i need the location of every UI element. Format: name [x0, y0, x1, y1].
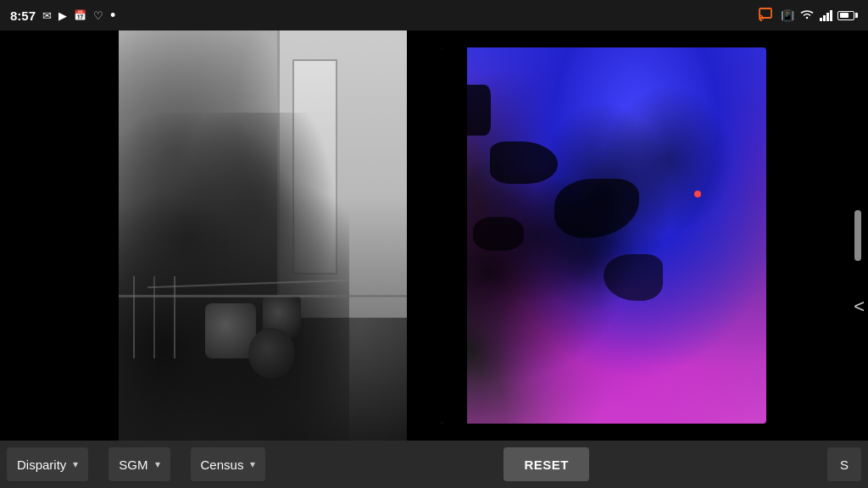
cast-icon	[759, 8, 776, 24]
chevron-left-icon[interactable]: <	[854, 296, 865, 318]
scroll-handle[interactable]	[854, 210, 861, 261]
disparity-arrow: ▾	[73, 458, 78, 470]
calendar-icon: 📅	[74, 9, 86, 21]
sgm-arrow: ▾	[155, 458, 160, 470]
s-button[interactable]: S	[827, 447, 861, 481]
census-label: Census	[201, 458, 244, 472]
census-dropdown[interactable]: Census ▾	[191, 447, 266, 481]
video-icon: ▶	[58, 9, 67, 22]
disparity-label: Disparity	[17, 458, 66, 472]
right-image: <	[424, 30, 868, 441]
image-gap	[407, 30, 415, 441]
status-left: 8:57 ✉ ▶ 📅 ♡ •	[10, 8, 115, 23]
time-display: 8:57	[10, 8, 36, 23]
heart-icon: ♡	[93, 9, 103, 22]
census-arrow: ▾	[250, 458, 255, 470]
garden-photo	[119, 30, 407, 441]
status-right: 📳	[759, 8, 858, 24]
sgm-label: SGM	[119, 458, 147, 472]
gmail-icon: ✉	[42, 9, 52, 22]
battery-icon	[837, 11, 858, 20]
vibrate-icon: 📳	[781, 9, 794, 22]
status-bar: 8:57 ✉ ▶ 📅 ♡ • 📳	[0, 0, 868, 30]
reset-button[interactable]: RESET	[504, 447, 589, 481]
signal-icon	[820, 9, 832, 21]
sgm-dropdown[interactable]: SGM ▾	[108, 447, 170, 481]
disparity-dropdown[interactable]: Disparity ▾	[7, 447, 88, 481]
left-image	[119, 30, 407, 441]
wifi-icon	[799, 8, 815, 23]
bottom-toolbar: Disparity ▾ SGM ▾ Census ▾ RESET S	[0, 441, 868, 488]
dot-icon: •	[110, 8, 115, 23]
disparity-red-dot	[694, 191, 701, 197]
disparity-map	[441, 47, 766, 424]
main-content: <	[0, 30, 868, 441]
